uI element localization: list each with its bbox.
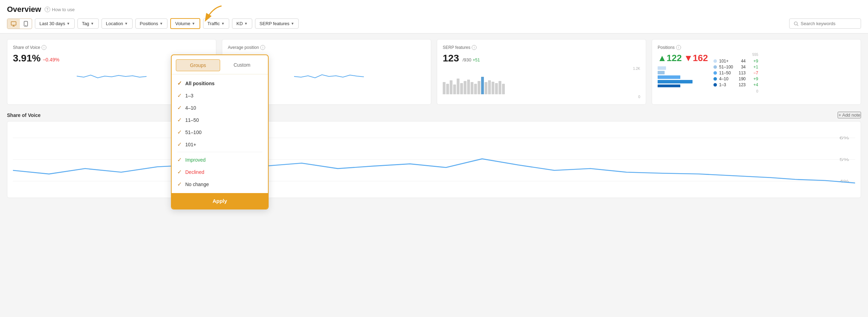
pos-change: +1 [748, 65, 758, 69]
positions-content: ▲122 ▼162 [658, 53, 855, 93]
dropdown-item-4-10[interactable]: ✓ 4–10 [177, 102, 262, 114]
info-icon: i [676, 45, 681, 50]
search-input[interactable] [801, 21, 856, 26]
serp-value: 123 [443, 53, 459, 64]
dropdown-item-1-3[interactable]: ✓ 1–3 [177, 89, 262, 102]
svg-point-4 [25, 25, 26, 26]
pos-legend-item: 11–50 113 −7 [713, 71, 758, 75]
pos-count: 123 [735, 82, 746, 87]
pos-change: +4 [748, 82, 758, 87]
positions-filter-button[interactable]: Positions ▼ [135, 19, 168, 29]
positions-down: ▼162 [684, 53, 708, 64]
sov-chart-svg: 6% 5% 4% [13, 127, 855, 192]
checkmark-icon: ✓ [177, 181, 182, 187]
toolbar: Last 30 days ▼ Tag ▼ Location ▼ Position… [7, 18, 861, 33]
positions-bar-chart [658, 66, 699, 87]
desktop-view-button[interactable] [7, 19, 20, 29]
pos-dot-1-3 [713, 83, 717, 87]
chevron-down-icon: ▼ [291, 22, 294, 25]
how-to-use-link[interactable]: ? How to use [45, 7, 75, 12]
positions-title: Positions i [658, 45, 855, 50]
sov-change: −0.49% [43, 57, 59, 62]
volume-label: Volume [175, 21, 190, 26]
pos-legend-item: 51–100 34 +1 [713, 65, 758, 69]
tag-filter-button[interactable]: Tag ▼ [77, 19, 99, 29]
item-label: 51–100 [185, 130, 202, 135]
positions-up: ▲122 [658, 53, 682, 64]
pos-range-label: 4–10 [719, 76, 728, 81]
apply-button[interactable]: Apply [172, 193, 268, 209]
help-icon: ? [45, 7, 50, 12]
chevron-down-icon: ▼ [67, 22, 70, 25]
item-label: 11–50 [185, 117, 199, 123]
location-filter-button[interactable]: Location ▼ [102, 19, 133, 29]
mobile-view-button[interactable] [20, 19, 32, 29]
add-note-button[interactable]: + Add note [838, 112, 861, 118]
dropdown-item-no-change[interactable]: ✓ No change [177, 178, 262, 190]
groups-tab[interactable]: Groups [176, 59, 220, 71]
positions-label: Positions [658, 45, 675, 50]
svg-rect-8 [658, 66, 666, 70]
date-range-label: Last 30 days [39, 21, 65, 26]
svg-rect-11 [658, 80, 693, 83]
search-icon [794, 21, 799, 26]
dropdown-divider [177, 152, 262, 152]
serp-features-filter-button[interactable]: SERP features ▼ [255, 19, 299, 29]
date-range-button[interactable]: Last 30 days ▼ [35, 19, 75, 29]
pos-range-label: 101+ [719, 59, 728, 64]
chevron-down-icon: ▼ [221, 22, 225, 25]
card-title-label: Share of Voice [13, 45, 40, 50]
positions-label: Positions [140, 21, 158, 26]
checkmark-icon: ✓ [177, 141, 182, 148]
pos-count: 113 [735, 71, 746, 75]
checkmark-icon: ✓ [177, 169, 182, 175]
dropdown-item-all-positions[interactable]: ✓ All positions [177, 77, 262, 89]
dropdown-item-101-plus[interactable]: ✓ 101+ [177, 138, 262, 150]
volume-filter-button[interactable]: Volume ▼ [170, 18, 200, 29]
dropdown-item-51-100[interactable]: ✓ 51–100 [177, 126, 262, 138]
svg-text:6%: 6% [839, 136, 849, 140]
pos-range-label: 51–100 [719, 65, 733, 69]
item-label: Improved [185, 157, 205, 163]
info-icon: i [472, 45, 477, 50]
sov-value: 3.91% [13, 53, 40, 64]
view-toggle [7, 19, 32, 29]
desktop-icon [11, 21, 16, 27]
serp-total: /930 [463, 57, 471, 62]
pos-legend-item: 1–3 123 +4 [713, 82, 758, 87]
serp-bar-chart [443, 73, 640, 94]
dropdown-tabs: Groups Custom [172, 55, 268, 74]
sov-chart-area: 6% 5% 4% [7, 121, 861, 198]
positions-legend: 555 101+ 44 +9 51–100 34 [713, 53, 758, 93]
chevron-down-icon: ▼ [159, 22, 163, 25]
pos-change: −7 [748, 71, 758, 75]
svg-point-5 [794, 22, 798, 25]
chevron-down-icon: ▼ [244, 22, 248, 25]
main-content: Share of Voice i 3.91% −0.49% Average po… [0, 34, 868, 204]
svg-line-6 [797, 24, 799, 26]
avg-pos-label: Average position [228, 45, 259, 50]
item-label: 1–3 [185, 93, 193, 98]
traffic-filter-button[interactable]: Traffic ▼ [203, 19, 229, 29]
custom-tab[interactable]: Custom [220, 59, 264, 71]
serp-chart-max: 1.2K [443, 67, 640, 71]
pos-dot-4-10 [713, 77, 717, 81]
pos-change: +9 [748, 76, 758, 81]
dropdown-item-declined[interactable]: ✓ Declined [177, 166, 262, 178]
pos-count: 34 [735, 65, 746, 69]
kd-filter-button[interactable]: KD ▼ [232, 19, 252, 29]
positions-card: Positions i ▲122 ▼162 [652, 39, 861, 105]
kd-label: KD [237, 21, 243, 26]
serp-title: SERP features i [443, 45, 640, 50]
pos-count: 44 [735, 59, 746, 64]
dropdown-item-11-50[interactable]: ✓ 11–50 [177, 114, 262, 126]
info-icon: i [260, 45, 265, 50]
pos-legend-item: 101+ 44 +9 [713, 59, 758, 64]
dropdown-item-improved[interactable]: ✓ Improved [177, 154, 262, 166]
checkmark-icon: ✓ [177, 129, 182, 135]
item-label: All positions [185, 81, 215, 86]
svg-rect-9 [658, 71, 665, 74]
sov-section-title: Share of Voice [7, 112, 40, 118]
item-label: 101+ [185, 142, 196, 147]
serp-features-label: SERP features [260, 21, 290, 26]
